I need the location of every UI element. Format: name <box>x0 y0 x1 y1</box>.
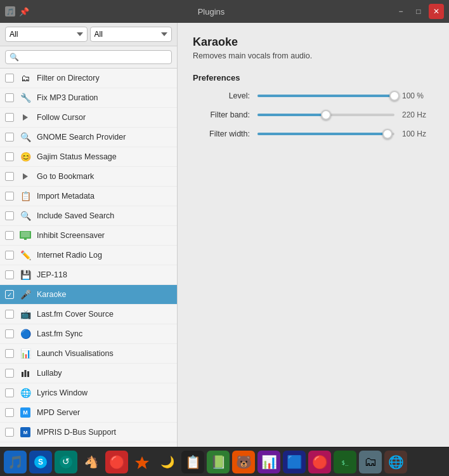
plugin-checkbox-gajim-status-message[interactable] <box>5 152 14 161</box>
svg-rect-6 <box>25 370 27 377</box>
pref-slider-0[interactable] <box>257 95 394 97</box>
bear-icon[interactable]: 🐻 <box>232 451 255 473</box>
maximize-button[interactable]: □ <box>411 4 426 19</box>
plugin-label-internet-radio-log: Internet Radio Log <box>37 251 172 260</box>
plugin-icon-follow-cursor <box>19 111 32 124</box>
traffic-cone-icon[interactable] <box>131 451 153 473</box>
files-icon[interactable]: 🗂 <box>359 451 382 473</box>
plugin-item-gnome-search-provider[interactable]: 🔍GNOME Search Provider <box>0 128 177 147</box>
svg-rect-4 <box>24 239 27 240</box>
plugin-checkbox-lyrics-window[interactable] <box>5 388 14 397</box>
search-input-wrap: 🔍 <box>5 50 172 64</box>
quod-libet-icon[interactable]: 🎵 <box>4 451 27 473</box>
svg-marker-0 <box>23 114 28 121</box>
plugin-item-gajim-status-message[interactable]: 😊Gajim Status Message <box>0 147 177 167</box>
plugin-label-inhibit-screensaver: Inhibit Screensaver <box>37 231 172 240</box>
plugin-item-launch-visualisations[interactable]: 📊Launch Visualisations <box>0 344 177 364</box>
plugin-item-follow-cursor[interactable]: Follow Cursor <box>0 108 177 128</box>
plugin-item-internet-radio-log[interactable]: ✏️Internet Radio Log <box>0 246 177 265</box>
plugin-item-lastfm-cover-source[interactable]: 📺Last.fm Cover Source <box>0 305 177 324</box>
plugin-item-mpd-server[interactable]: MMPD Server <box>0 403 177 423</box>
plugin-item-import-metadata[interactable]: 📋Import Metadata <box>0 187 177 206</box>
left-panel: All All 🔍 🗂Filter on Directory🔧Fix MP3 D… <box>0 23 178 447</box>
plugin-icon-gajim-status-message: 😊 <box>19 150 32 163</box>
plugin-item-lyrics-window[interactable]: 🌐Lyrics Window <box>0 383 177 403</box>
plugin-item-karaoke[interactable]: ✓🎤Karaoke <box>0 285 177 305</box>
red-circle-icon[interactable]: 🔴 <box>308 451 331 473</box>
plugin-checkbox-filter-on-directory[interactable] <box>5 74 14 83</box>
plugin-icon-lyrics-window: 🌐 <box>19 387 32 399</box>
plugin-icon-filter-on-directory: 🗂 <box>19 72 32 84</box>
pref-slider-thumb-0[interactable] <box>389 91 400 101</box>
plugin-label-lastfm-sync: Last.fm Sync <box>37 329 172 338</box>
plugin-checkbox-internet-radio-log[interactable] <box>5 251 14 260</box>
svg-marker-13 <box>135 456 149 469</box>
search-row: 🔍 <box>0 46 177 69</box>
pref-slider-fill-0 <box>257 95 394 97</box>
plugin-checkbox-lastfm-sync[interactable] <box>5 329 14 338</box>
plugin-item-fix-mp3-duration[interactable]: 🔧Fix MP3 Duration <box>0 88 177 108</box>
plugin-icon-mpd-server: M <box>19 406 32 419</box>
plugin-checkbox-lastfm-cover-source[interactable] <box>5 310 14 319</box>
horse-icon[interactable]: 🐴 <box>80 451 103 473</box>
plugin-icon-lastfm-sync: 🔵 <box>19 327 32 340</box>
plugin-icon-internet-radio-log: ✏️ <box>19 249 32 261</box>
plugin-item-include-saved-search[interactable]: 🔍Include Saved Search <box>0 206 177 226</box>
plugin-label-launch-visualisations: Launch Visualisations <box>37 349 172 358</box>
detail-title: Karaoke <box>193 36 434 49</box>
plugin-item-mpris-dbus-support[interactable]: MMPRIS D-Bus Support <box>0 423 177 442</box>
pref-label-2: Filter width: <box>193 129 250 138</box>
book-icon[interactable]: 📗 <box>207 451 230 473</box>
plugin-checkbox-fix-mp3-duration[interactable] <box>5 93 14 102</box>
plugin-checkbox-include-saved-search[interactable] <box>5 211 14 220</box>
skype-icon[interactable]: S <box>29 451 52 473</box>
plugin-icon-lastfm-cover-source: 📺 <box>19 308 32 321</box>
plugin-checkbox-import-metadata[interactable] <box>5 192 14 201</box>
plugin-label-lyrics-window: Lyrics Window <box>37 388 172 397</box>
plugin-checkbox-lullaby[interactable] <box>5 369 14 378</box>
search-input[interactable] <box>22 53 167 62</box>
browser-icon[interactable]: 🌐 <box>384 451 407 473</box>
blue-square-icon[interactable]: 🟦 <box>283 451 306 473</box>
svg-rect-5 <box>22 372 23 377</box>
plugin-item-filter-on-directory[interactable]: 🗂Filter on Directory <box>0 69 177 88</box>
plugin-item-jep-118[interactable]: 💾JEP-118 <box>0 265 177 285</box>
close-button[interactable]: ✕ <box>429 4 444 19</box>
app-red-icon[interactable]: 🔴 <box>105 451 128 473</box>
terminal-icon[interactable]: $_ <box>334 451 356 473</box>
plugin-checkbox-jep-118[interactable] <box>5 270 14 279</box>
plugin-checkbox-mpris-dbus-support[interactable] <box>5 428 14 437</box>
search-icon: 🔍 <box>10 53 19 62</box>
plugin-checkbox-launch-visualisations[interactable] <box>5 349 14 358</box>
filter-select-2[interactable]: All <box>90 27 172 42</box>
detail-description: Removes main vocals from audio. <box>193 51 434 60</box>
plugin-checkbox-inhibit-screensaver[interactable] <box>5 231 14 240</box>
preferences-title: Preferences <box>193 73 434 83</box>
plugin-item-go-to-bookmark[interactable]: Go to Bookmark <box>0 167 177 187</box>
plugin-checkbox-karaoke[interactable]: ✓ <box>5 290 14 299</box>
plugin-item-migrate-metadata[interactable]: 📄Migrate Metadata <box>0 442 177 447</box>
plugin-checkbox-go-to-bookmark[interactable] <box>5 172 14 181</box>
plugin-label-filter-on-directory: Filter on Directory <box>37 74 172 83</box>
clipboard-icon[interactable]: 📋 <box>181 451 204 473</box>
ccleaner-icon[interactable]: ↺ <box>55 451 77 473</box>
pref-slider-thumb-1[interactable] <box>321 110 331 120</box>
pref-label-0: Level: <box>193 91 250 100</box>
svg-marker-1 <box>23 173 28 180</box>
pref-slider-2[interactable] <box>257 133 394 135</box>
minimize-button[interactable]: − <box>393 4 408 19</box>
pref-slider-thumb-2[interactable] <box>382 129 393 139</box>
plugin-checkbox-gnome-search-provider[interactable] <box>5 133 14 142</box>
filter-select-1[interactable]: All <box>5 27 88 42</box>
plugin-item-lullaby[interactable]: Lullaby <box>0 364 177 383</box>
svg-text:↺: ↺ <box>62 456 70 466</box>
pref-slider-1[interactable] <box>257 114 394 116</box>
plugin-checkbox-mpd-server[interactable] <box>5 408 14 417</box>
right-panel: Karaoke Removes main vocals from audio. … <box>178 23 449 447</box>
moon-icon[interactable]: 🌙 <box>156 451 179 473</box>
plugin-checkbox-follow-cursor[interactable] <box>5 113 14 122</box>
plugin-item-inhibit-screensaver[interactable]: Inhibit Screensaver <box>0 226 177 246</box>
plugin-item-lastfm-sync[interactable]: 🔵Last.fm Sync <box>0 324 177 344</box>
pref-row-0: Level:100 % <box>193 91 434 100</box>
chart-icon[interactable]: 📊 <box>257 451 280 473</box>
